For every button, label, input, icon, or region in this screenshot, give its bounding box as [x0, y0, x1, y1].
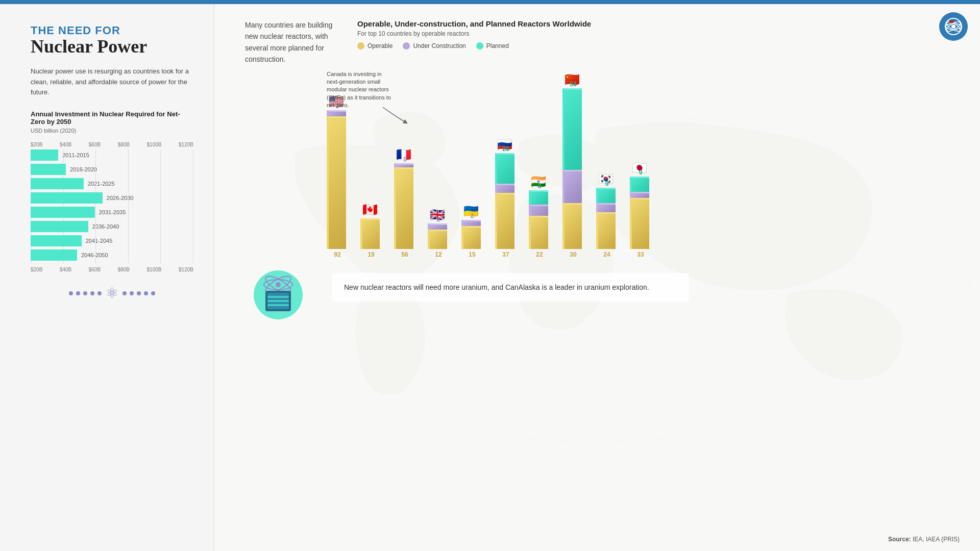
planned-bar: 20: [495, 153, 514, 184]
svg-point-11: [276, 282, 281, 287]
bar-stack-ukraine: 152: [461, 220, 481, 249]
bar-stack-uk: 122: [428, 223, 447, 249]
planned-number: 53: [570, 81, 576, 88]
reactor-illustration: [245, 254, 311, 320]
deco-dots-right: [122, 291, 155, 295]
reactor-country-ukraine: 🇺🇦152: [461, 220, 481, 249]
deco-dot: [122, 291, 127, 295]
planned-bar: 9: [630, 177, 649, 192]
legend-operable-label: Operable: [368, 42, 393, 49]
deco-dot: [144, 291, 148, 295]
uc-bar: 4: [529, 205, 548, 216]
operable-bar: 15: [461, 226, 481, 249]
reactor-country-japan: 🇯🇵3329: [630, 177, 649, 249]
uc-bar: 3: [495, 184, 514, 193]
legend-planned-dot: [476, 42, 483, 49]
reactor-country-usa: 🇺🇸922: [327, 110, 346, 249]
grid-line: [193, 149, 193, 264]
operable-bar: 12: [428, 230, 447, 249]
deco-dots-left: [69, 291, 102, 295]
legend-operable-dot: [357, 42, 364, 49]
chart-main-title: Operable, Under-construction, and Planne…: [357, 19, 960, 28]
bar-segment: [31, 207, 95, 218]
bar-segment: [31, 192, 103, 204]
svg-rect-6: [949, 20, 953, 23]
reactor-country-russia: 🇷🇺37320: [495, 153, 514, 249]
uc-number: 2: [437, 216, 440, 223]
deco-dot: [83, 291, 87, 295]
legend-uc: Under Construction: [403, 42, 465, 49]
grid-line: [128, 149, 129, 264]
operable-bar: 92: [327, 116, 346, 249]
logo-area: [939, 12, 968, 41]
bottom-section: New nuclear reactors will need more uran…: [245, 254, 960, 320]
intro-text: Many countries are building new nuclear …: [245, 19, 337, 65]
bar-chart-subtitle: USD billion (2020): [31, 128, 193, 134]
bar-stack-south korea: 2439: [596, 188, 616, 249]
grid-line: [160, 149, 161, 264]
left-panel: THE NEED FOR Nuclear Power Nuclear power…: [0, 4, 214, 551]
operable-bar: 56: [394, 167, 413, 249]
uc-bar: 2: [461, 220, 481, 226]
right-header: Many countries are building new nuclear …: [245, 19, 960, 65]
source-text: Source: IEA, IAEA (PRIS): [888, 536, 960, 543]
svg-point-2: [951, 24, 955, 29]
uc-bar: 3: [596, 203, 616, 212]
right-panel: Many countries are building new nuclear …: [214, 4, 980, 551]
title-line1: THE NEED FOR: [31, 24, 193, 37]
uc-bar: 2: [630, 192, 649, 198]
operable-bar: 24: [596, 212, 616, 249]
bottom-text-box: New nuclear reactors will need more uran…: [332, 273, 689, 302]
chart-main-subtitle: For top 10 countries by operable reactor…: [357, 30, 960, 37]
x-axis-top: $20B $40B $60B $80B $100B $120B: [31, 142, 193, 147]
reactor-country-south korea: 🇰🇷2439: [596, 188, 616, 249]
svg-rect-16: [267, 304, 289, 306]
reactor-country-uk: 🇬🇧122: [428, 223, 447, 249]
grid-line: [95, 149, 96, 264]
svg-rect-14: [267, 296, 289, 298]
bar-stack-japan: 3329: [630, 177, 649, 249]
legend-planned-label: Planned: [486, 42, 509, 49]
country-flag-canada: 🇨🇦: [362, 203, 378, 217]
bar-segment: [31, 249, 77, 261]
legend-uc-dot: [403, 42, 410, 49]
canada-annotation: Canada is investing in next-generation s…: [327, 70, 393, 110]
x-axis-bottom: $20B $40B $60B $80B $100B $120B: [31, 267, 193, 272]
bar-segment: [31, 221, 88, 232]
bar-chart-area: 2011-20152016-20202021-20252026-20302031…: [31, 149, 193, 264]
reactors-chart: Canada is investing in next-generation s…: [245, 76, 960, 249]
operable-bar: 30: [562, 203, 582, 249]
uc-bar: 21: [562, 170, 582, 203]
legend-planned: Planned: [476, 42, 509, 49]
bar-segment: [31, 164, 66, 175]
deco-dot: [151, 291, 155, 295]
uc-bar: 2: [428, 223, 447, 230]
legend-uc-label: Under Construction: [413, 42, 465, 49]
bar-stack-canada: 19: [360, 218, 380, 249]
bar-stack-usa: 922: [327, 110, 346, 249]
planned-number: 9: [605, 180, 609, 187]
operable-bar: 19: [360, 218, 380, 249]
planned-bar: 53: [562, 88, 582, 170]
bar-stack-china: 302153: [562, 88, 582, 249]
svg-rect-15: [267, 300, 289, 302]
deco-dot: [97, 291, 102, 295]
title-line2: Nuclear Power: [31, 37, 193, 57]
reactor-country-france: 🇫🇷561: [394, 163, 413, 249]
bottom-decoration: ⚛: [31, 285, 193, 302]
deco-dot: [76, 291, 80, 295]
planned-bar: 9: [596, 188, 616, 203]
chart-section: Operable, Under-construction, and Planne…: [357, 19, 960, 65]
atom-icon: ⚛: [106, 285, 118, 302]
bar-segment: [31, 149, 58, 161]
planned-number: 9: [639, 169, 643, 176]
top-bar: [0, 0, 980, 4]
uc-bar: 2: [327, 110, 346, 116]
deco-dot: [137, 291, 141, 295]
reactor-country-canada: 🇨🇦19: [360, 218, 380, 249]
uc-number: 1: [403, 156, 407, 163]
deco-dot: [90, 291, 94, 295]
chart-legend: Operable Under Construction Planned: [357, 42, 960, 49]
reactor-country-china: 🇨🇳302153: [562, 88, 582, 249]
left-description: Nuclear power use is resurging as countr…: [31, 66, 193, 98]
